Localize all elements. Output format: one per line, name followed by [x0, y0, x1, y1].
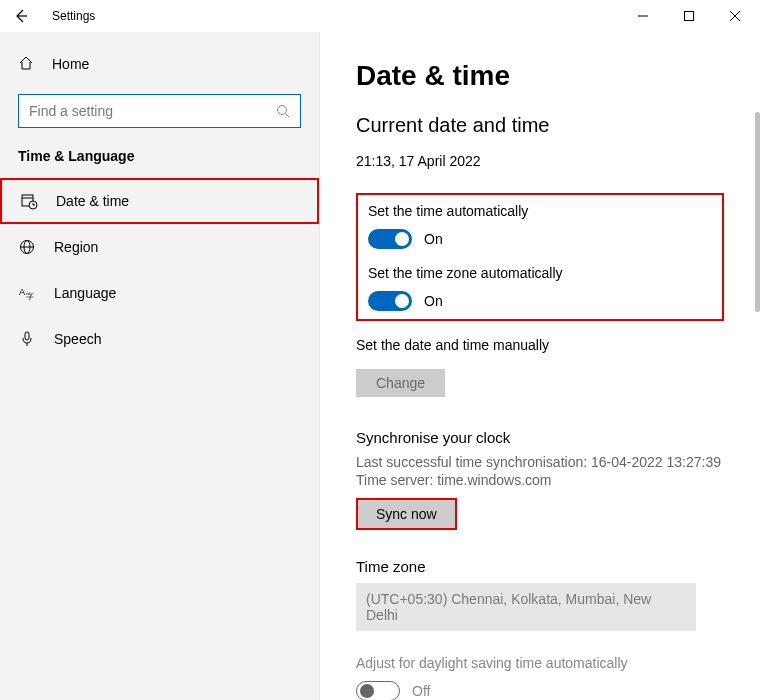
set-time-auto-toggle[interactable] — [368, 229, 412, 249]
timezone-heading: Time zone — [356, 558, 724, 575]
search-icon — [276, 104, 290, 118]
maximize-button[interactable] — [666, 0, 712, 32]
sidebar-item-date-time[interactable]: Date & time — [0, 178, 319, 224]
svg-text:字: 字 — [26, 292, 34, 301]
microphone-icon — [18, 331, 36, 347]
sidebar-item-language[interactable]: A字 Language — [0, 270, 319, 316]
sidebar-item-label: Date & time — [56, 193, 129, 209]
dst-state: Off — [412, 683, 430, 699]
sidebar-item-label: Region — [54, 239, 98, 255]
home-icon — [18, 55, 34, 74]
svg-rect-16 — [25, 332, 29, 340]
set-manual-label: Set the date and time manually — [356, 337, 724, 353]
window-title: Settings — [52, 9, 95, 23]
sync-server-info: Time server: time.windows.com — [356, 472, 724, 488]
highlight-auto-settings: Set the time automatically On Set the ti… — [356, 193, 724, 321]
close-icon — [730, 11, 740, 21]
back-button[interactable] — [6, 1, 36, 31]
sidebar-item-label: Home — [52, 56, 89, 72]
svg-point-4 — [278, 106, 287, 115]
back-arrow-icon — [13, 8, 29, 24]
search-input[interactable]: Find a setting — [18, 94, 301, 128]
set-tz-auto-state: On — [424, 293, 443, 309]
change-button: Change — [356, 369, 445, 397]
sync-last-info: Last successful time synchronisation: 16… — [356, 454, 724, 470]
set-time-auto-label: Set the time automatically — [368, 203, 712, 219]
sidebar-group-title: Time & Language — [0, 148, 319, 178]
sidebar-item-home[interactable]: Home — [0, 44, 319, 84]
current-datetime: 21:13, 17 April 2022 — [356, 153, 724, 169]
set-tz-auto-toggle[interactable] — [368, 291, 412, 311]
svg-rect-1 — [685, 12, 694, 21]
sidebar: Home Find a setting Time & Language Date… — [0, 32, 320, 700]
dst-toggle — [356, 681, 400, 700]
section-current-heading: Current date and time — [356, 114, 724, 137]
maximize-icon — [684, 11, 694, 21]
svg-text:A: A — [19, 287, 25, 297]
set-time-auto-state: On — [424, 231, 443, 247]
sidebar-item-speech[interactable]: Speech — [0, 316, 319, 362]
dst-label: Adjust for daylight saving time automati… — [356, 655, 724, 671]
minimize-icon — [638, 11, 648, 21]
language-icon: A字 — [18, 285, 36, 301]
svg-line-5 — [286, 114, 290, 118]
main-content: Date & time Current date and time 21:13,… — [320, 32, 760, 700]
close-button[interactable] — [712, 0, 758, 32]
calendar-clock-icon — [20, 193, 38, 210]
sidebar-item-label: Language — [54, 285, 116, 301]
globe-icon — [18, 239, 36, 255]
sync-heading: Synchronise your clock — [356, 429, 724, 446]
search-placeholder: Find a setting — [29, 103, 113, 119]
scrollbar[interactable] — [755, 112, 760, 312]
timezone-select: (UTC+05:30) Chennai, Kolkata, Mumbai, Ne… — [356, 583, 696, 631]
page-title: Date & time — [356, 60, 724, 92]
sync-now-button[interactable]: Sync now — [356, 498, 457, 530]
set-tz-auto-label: Set the time zone automatically — [368, 265, 712, 281]
sidebar-item-label: Speech — [54, 331, 101, 347]
minimize-button[interactable] — [620, 0, 666, 32]
sidebar-item-region[interactable]: Region — [0, 224, 319, 270]
